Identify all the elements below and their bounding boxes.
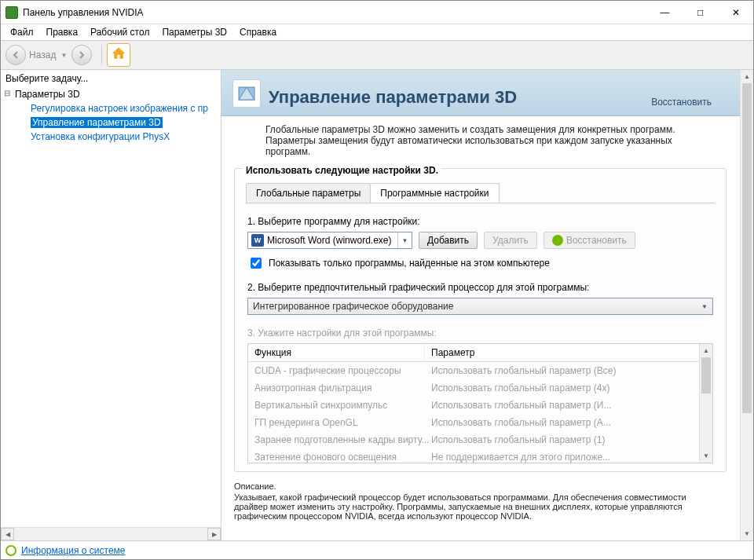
tree-item-image-adjust[interactable]: Регулировка настроек изображения с пр [4, 101, 218, 115]
menu-help[interactable]: Справка [233, 25, 283, 39]
tree-item-manage-3d[interactable]: Управление параметрами 3D [4, 115, 218, 130]
remove-button[interactable]: Удалить [484, 232, 537, 249]
tree-root-3d[interactable]: Параметры 3D [4, 87, 218, 101]
restore-program-button[interactable]: Восстановить [544, 232, 635, 249]
cell-param: Не поддерживается для этого приложе... [431, 452, 706, 463]
program-select[interactable]: W Microsoft Word (winword.exe) ▼ [247, 232, 412, 249]
word-icon: W [251, 234, 264, 247]
menu-desktop[interactable]: Рабочий стол [84, 25, 156, 39]
task-header: Выберите задачу... [1, 70, 221, 87]
tree-item-physx[interactable]: Установка конфигурации PhysX [4, 130, 218, 144]
show-found-only-checkbox[interactable]: Показывать только программы, найденные н… [247, 255, 713, 271]
table-row[interactable]: Вертикальный синхроимпульсИспользовать г… [248, 397, 712, 414]
scroll-down-icon[interactable]: ▼ [741, 527, 753, 540]
table-row[interactable]: Анизотропная фильтрацияИспользовать глоб… [248, 379, 712, 397]
gpu-select-value: Интегрированное графическое оборудование [253, 301, 454, 312]
scroll-thumb[interactable] [701, 357, 711, 393]
menu-file[interactable]: Файл [4, 25, 40, 39]
back-label: Назад [29, 49, 56, 60]
chevron-down-icon: ▼ [701, 303, 708, 310]
footer-title: Описание. [234, 481, 713, 491]
system-info-link[interactable]: Информация о системе [21, 545, 125, 556]
cell-function: Вертикальный синхроимпульс [254, 400, 431, 411]
maximize-button[interactable]: □ [683, 1, 718, 24]
home-button[interactable] [107, 43, 130, 67]
table-row[interactable]: Затенение фонового освещенияНе поддержив… [248, 448, 712, 463]
titlebar: Панель управления NVIDIA — □ ✕ [1, 1, 753, 24]
cell-param: Использовать глобальный параметр (Все) [431, 365, 706, 376]
table-row[interactable]: CUDA - графические процессорыИспользоват… [248, 362, 712, 379]
show-found-only-input[interactable] [251, 258, 262, 269]
program-select-value: Microsoft Word (winword.exe) [267, 235, 397, 246]
page-header: Управление параметрами 3D Восстановить [221, 70, 740, 116]
menu-edit[interactable]: Правка [40, 25, 85, 39]
show-found-only-label: Показывать только программы, найденные н… [269, 258, 550, 269]
content-pane: ▲ ▼ Управление параметрами 3D Восстанови… [221, 70, 753, 540]
nvidia-app-icon [5, 6, 18, 19]
gpu-select[interactable]: Интегрированное графическое оборудование… [247, 298, 713, 315]
cell-function: Заранее подготовленные кадры вирту... [254, 434, 431, 445]
cell-param: Использовать глобальный параметр (А... [431, 417, 706, 428]
page-title: Управление параметрами 3D [269, 87, 651, 108]
scroll-up-icon[interactable]: ▲ [700, 344, 712, 357]
system-info-icon [5, 545, 16, 556]
settings-tabs: Глобальные параметры Программные настрой… [246, 183, 715, 203]
cell-function: Анизотропная фильтрация [254, 382, 431, 393]
back-dropdown-icon: ▼ [60, 52, 67, 59]
scroll-right-icon[interactable]: ▶ [207, 528, 221, 540]
sidebar-scrollbar-horizontal[interactable]: ◀ ▶ [1, 527, 221, 540]
tab-program[interactable]: Программные настройки [370, 183, 499, 203]
add-button[interactable]: Добавить [419, 232, 478, 249]
cell-param: Использовать глобальный параметр (4x) [431, 382, 706, 393]
back-button[interactable]: Назад ▼ [5, 45, 67, 65]
tab-global[interactable]: Глобальные параметры [246, 183, 371, 203]
page-description: Глобальные параметры 3D можно заменить и… [221, 116, 740, 165]
forward-arrow-icon [71, 45, 92, 65]
restore-program-label: Восстановить [566, 235, 627, 246]
chevron-down-icon: ▼ [397, 232, 412, 248]
scroll-track[interactable] [14, 528, 207, 540]
menubar: Файл Правка Рабочий стол Параметры 3D Сп… [1, 24, 753, 40]
page-header-icon [232, 79, 261, 108]
scroll-thumb[interactable] [742, 83, 752, 413]
home-icon [111, 46, 126, 64]
task-tree: Параметры 3D Регулировка настроек изобра… [1, 87, 221, 527]
cell-function: Затенение фонового освещения [254, 452, 431, 463]
step2-label: 2. Выберите предпочтительный графический… [247, 282, 713, 293]
cell-param: Использовать глобальный параметр (И... [431, 400, 706, 411]
col-function[interactable]: Функция [248, 344, 425, 361]
step1-label: 1. Выберите программу для настройки: [247, 216, 713, 227]
nav-toolbar: Назад ▼ [1, 40, 753, 70]
settings-groupbox: Использовать следующие настройки 3D. Гло… [234, 168, 727, 472]
cell-param: Использовать глобальный параметр (1) [431, 434, 706, 445]
scroll-up-icon[interactable]: ▲ [741, 70, 753, 83]
table-header: Функция Параметр [248, 344, 712, 362]
col-param[interactable]: Параметр [425, 344, 712, 361]
settings-table: Функция Параметр CUDA - графические проц… [247, 343, 713, 463]
menu-3d-params[interactable]: Параметры 3D [156, 25, 233, 39]
footer-text: Указывает, какой графический процессор б… [234, 492, 713, 521]
table-row[interactable]: ГП рендеринга OpenGLИспользовать глобаль… [248, 414, 712, 431]
toolbar-divider [101, 45, 102, 65]
task-sidebar: Выберите задачу... Параметры 3D Регулиро… [1, 70, 221, 540]
scroll-left-icon[interactable]: ◀ [1, 528, 14, 540]
window-title: Панель управления NVIDIA [23, 7, 647, 18]
cell-function: ГП рендеринга OpenGL [254, 417, 431, 428]
scroll-down-icon[interactable]: ▼ [700, 449, 712, 463]
nvidia-eye-icon [552, 235, 563, 246]
minimize-button[interactable]: — [647, 1, 683, 24]
table-row[interactable]: Заранее подготовленные кадры вирту...Исп… [248, 431, 712, 448]
restore-defaults-link[interactable]: Восстановить [651, 97, 712, 108]
content-scrollbar-vertical[interactable]: ▲ ▼ [740, 70, 753, 540]
back-arrow-icon [5, 45, 26, 65]
cell-function: CUDA - графические процессоры [254, 365, 431, 376]
step3-label: 3. Укажите настройки для этой программы: [247, 328, 713, 339]
groupbox-title: Использовать следующие настройки 3D. [243, 165, 441, 176]
description-footer: Описание. Указывает, какой графический п… [221, 478, 740, 527]
table-scrollbar[interactable]: ▲ ▼ [699, 344, 712, 463]
forward-button[interactable] [71, 45, 92, 65]
close-button[interactable]: ✕ [718, 1, 753, 24]
status-bar: Информация о системе [1, 540, 753, 559]
